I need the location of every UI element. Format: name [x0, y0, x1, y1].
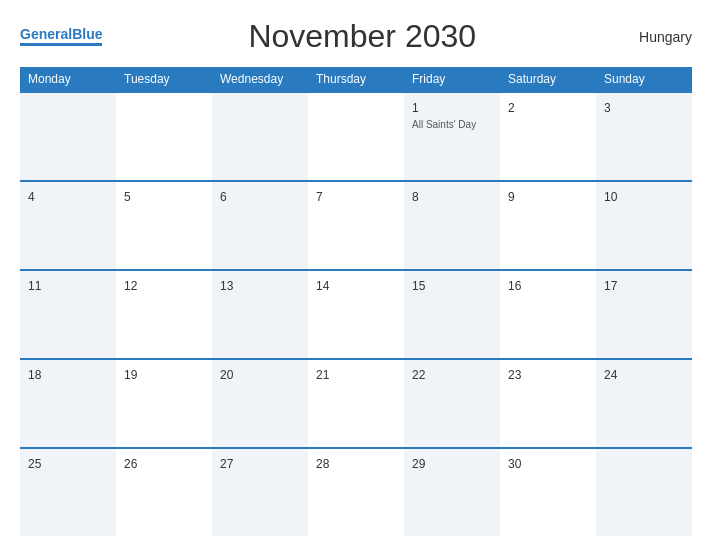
day-cell-25: 25 — [20, 449, 116, 536]
day-cell — [308, 93, 404, 180]
day-cell-3: 3 — [596, 93, 692, 180]
day-cell-2: 2 — [500, 93, 596, 180]
header: GeneralBlue November 2030 Hungary — [20, 18, 692, 55]
week-row-5: 25 26 27 28 29 30 — [20, 447, 692, 536]
day-cell-13: 13 — [212, 271, 308, 358]
week-row-4: 18 19 20 21 22 23 24 — [20, 358, 692, 447]
day-cell-24: 24 — [596, 360, 692, 447]
calendar-title: November 2030 — [102, 18, 622, 55]
day-cell-6: 6 — [212, 182, 308, 269]
logo-blue: Blue — [72, 26, 102, 42]
day-cell-27: 27 — [212, 449, 308, 536]
day-cell-5: 5 — [116, 182, 212, 269]
day-cell-26: 26 — [116, 449, 212, 536]
logo-general: General — [20, 26, 72, 42]
calendar-grid: Monday Tuesday Wednesday Thursday Friday… — [20, 67, 692, 536]
day-cell — [212, 93, 308, 180]
day-cell — [20, 93, 116, 180]
logo-text: GeneralBlue — [20, 27, 102, 41]
event-all-saints-day: All Saints' Day — [412, 118, 492, 131]
day-cell-16: 16 — [500, 271, 596, 358]
header-sunday: Sunday — [596, 67, 692, 91]
day-cell-12: 12 — [116, 271, 212, 358]
header-monday: Monday — [20, 67, 116, 91]
week-row-2: 4 5 6 7 8 9 10 — [20, 180, 692, 269]
day-cell-20: 20 — [212, 360, 308, 447]
day-cell-30: 30 — [500, 449, 596, 536]
day-cell-29: 29 — [404, 449, 500, 536]
day-cell-15: 15 — [404, 271, 500, 358]
calendar-page: GeneralBlue November 2030 Hungary Monday… — [0, 0, 712, 550]
day-cell-10: 10 — [596, 182, 692, 269]
day-cell-11: 11 — [20, 271, 116, 358]
day-cell-7: 7 — [308, 182, 404, 269]
day-cell-18: 18 — [20, 360, 116, 447]
header-wednesday: Wednesday — [212, 67, 308, 91]
country-label: Hungary — [622, 29, 692, 45]
day-cell-8: 8 — [404, 182, 500, 269]
day-cell-22: 22 — [404, 360, 500, 447]
header-saturday: Saturday — [500, 67, 596, 91]
header-friday: Friday — [404, 67, 500, 91]
day-cell-1: 1 All Saints' Day — [404, 93, 500, 180]
weeks-container: 1 All Saints' Day 2 3 4 5 6 7 8 9 10 11 … — [20, 91, 692, 536]
day-cell-4: 4 — [20, 182, 116, 269]
day-cell-23: 23 — [500, 360, 596, 447]
day-cell-9: 9 — [500, 182, 596, 269]
day-cell-19: 19 — [116, 360, 212, 447]
header-thursday: Thursday — [308, 67, 404, 91]
week-row-1: 1 All Saints' Day 2 3 — [20, 91, 692, 180]
logo: GeneralBlue — [20, 27, 102, 46]
logo-underline — [20, 43, 102, 46]
day-headers: Monday Tuesday Wednesday Thursday Friday… — [20, 67, 692, 91]
day-cell-empty — [596, 449, 692, 536]
day-cell-14: 14 — [308, 271, 404, 358]
day-cell-21: 21 — [308, 360, 404, 447]
week-row-3: 11 12 13 14 15 16 17 — [20, 269, 692, 358]
header-tuesday: Tuesday — [116, 67, 212, 91]
day-cell — [116, 93, 212, 180]
day-cell-28: 28 — [308, 449, 404, 536]
day-cell-17: 17 — [596, 271, 692, 358]
